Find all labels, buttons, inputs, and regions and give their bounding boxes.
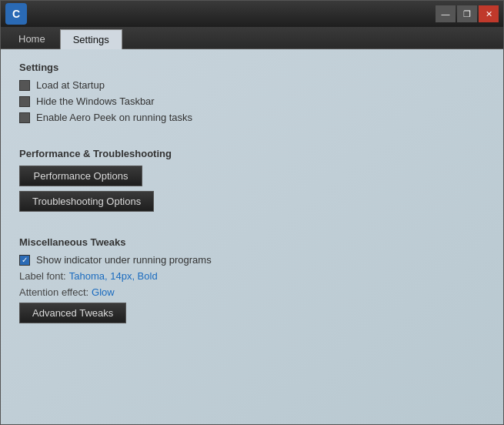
- label-font-key: Label font:: [19, 270, 66, 282]
- misc-group: Miscellaneous Tweaks Show indicator unde…: [19, 236, 485, 323]
- minimize-button[interactable]: —: [436, 5, 456, 22]
- tab-home[interactable]: Home: [5, 28, 58, 49]
- checkbox-label-show-indicator: Show indicator under running programs: [36, 254, 212, 266]
- label-font-row: Label font: Tahoma, 14px, Bold: [19, 270, 485, 282]
- close-button[interactable]: ✕: [479, 5, 499, 22]
- advanced-tweaks-button[interactable]: Advanced Tweaks: [19, 303, 126, 323]
- attention-effect-key: Attention effect:: [19, 286, 88, 298]
- checkbox-hide-taskbar[interactable]: [19, 96, 30, 107]
- settings-title: Settings: [19, 62, 485, 73]
- settings-group: Settings Load at Startup Hide the Window…: [19, 62, 485, 123]
- content-area: Settings Load at Startup Hide the Window…: [1, 49, 503, 424]
- troubleshooting-options-button[interactable]: Troubleshooting Options: [19, 191, 154, 212]
- window-controls: — ❐ ✕: [436, 5, 499, 22]
- attention-effect-value: Glow: [92, 286, 115, 298]
- tab-settings[interactable]: Settings: [60, 29, 122, 49]
- performance-group: Performance & Troubleshooting Performanc…: [19, 148, 485, 212]
- checkbox-aero-peek[interactable]: [19, 112, 30, 123]
- checkbox-row-indicator[interactable]: Show indicator under running programs: [19, 254, 485, 266]
- checkbox-show-indicator[interactable]: [19, 255, 30, 266]
- app-logo: C: [5, 3, 27, 25]
- checkbox-row-load-startup[interactable]: Load at Startup: [19, 79, 485, 91]
- maximize-button[interactable]: ❐: [457, 5, 477, 22]
- divider-1: [19, 136, 485, 148]
- checkbox-row-hide-taskbar[interactable]: Hide the Windows Taskbar: [19, 95, 485, 107]
- checkbox-label-aero-peek: Enable Aero Peek on running tasks: [36, 112, 192, 123]
- misc-title: Miscellaneous Tweaks: [19, 236, 485, 248]
- tab-bar: Home Settings: [1, 27, 503, 49]
- app-window: C — ❐ ✕ Home Settings Settings Load at S…: [0, 0, 504, 425]
- checkbox-label-load-startup: Load at Startup: [36, 79, 105, 91]
- checkbox-load-startup[interactable]: [19, 80, 30, 91]
- checkbox-row-aero-peek[interactable]: Enable Aero Peek on running tasks: [19, 112, 485, 123]
- performance-options-button[interactable]: Performance Options: [19, 166, 142, 186]
- checkbox-label-hide-taskbar: Hide the Windows Taskbar: [36, 95, 155, 107]
- titlebar: C — ❐ ✕: [1, 1, 503, 27]
- divider-2: [19, 224, 485, 236]
- performance-title: Performance & Troubleshooting: [19, 148, 485, 159]
- label-font-value: Tahoma, 14px, Bold: [69, 270, 158, 282]
- attention-effect-row: Attention effect: Glow: [19, 286, 485, 298]
